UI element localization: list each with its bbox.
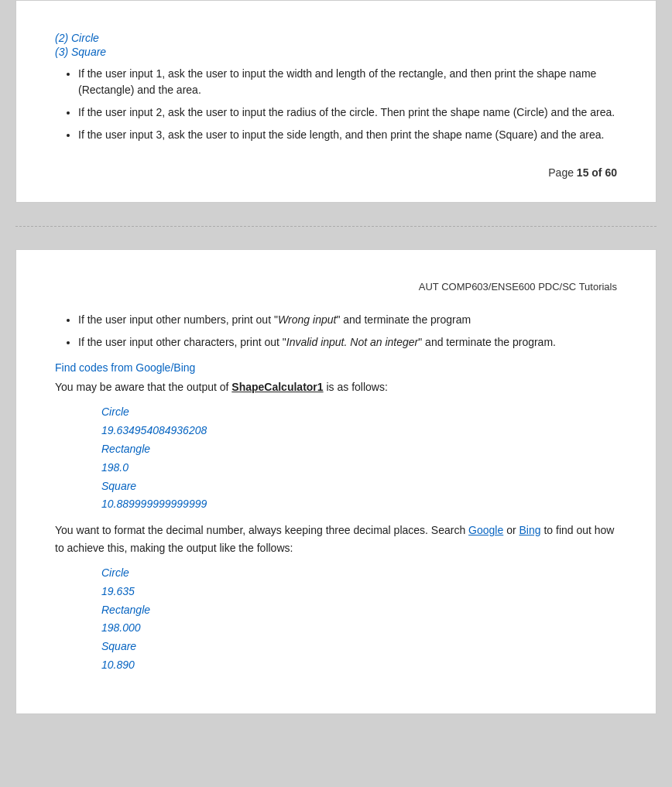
list-item: If the user input 2, ask the user to inp…: [78, 104, 617, 121]
code-block-1: Circle 19.634954084936208 Rectangle 198.…: [101, 403, 617, 514]
code-line: Square: [101, 477, 617, 496]
pre-list-square: (3) Square: [55, 46, 617, 58]
list-item: If the user input 3, ask the user to inp…: [78, 127, 617, 143]
code-line: 198.000: [101, 619, 617, 638]
list-item-wrong-input: If the user input other numbers, print o…: [78, 312, 617, 328]
list-item-invalid-input: If the user input other characters, prin…: [78, 334, 617, 351]
code-block-2: Circle 19.635 Rectangle 198.000 Square 1…: [101, 564, 617, 675]
page-number-text: Page: [548, 166, 577, 179]
format-text-prefix: You want to format the decimal number, a…: [55, 524, 468, 536]
google-link[interactable]: Google: [468, 524, 503, 536]
page-number-bold: 15 of 60: [577, 166, 617, 179]
bing-link[interactable]: Bing: [519, 524, 541, 536]
code-line: 10.889999999999999: [101, 495, 617, 514]
code-line: Circle: [101, 564, 617, 583]
format-description: You want to format the decimal number, a…: [55, 522, 617, 556]
code-line: Rectangle: [101, 440, 617, 459]
divider-section: [15, 203, 657, 249]
top-page-card: (2) Circle (3) Square If the user input …: [15, 0, 657, 203]
page-header: AUT COMP603/ENSE600 PDC/SC Tutorials: [55, 281, 617, 293]
code-line: Square: [101, 638, 617, 656]
page-number: Page 15 of 60: [55, 166, 617, 179]
shape-calculator-intro: You may be aware that the output of Shap…: [55, 378, 617, 395]
top-content: (2) Circle (3) Square If the user input …: [55, 32, 617, 143]
code-line: Circle: [101, 403, 617, 422]
format-text-middle: or: [503, 524, 519, 536]
list-item: If the user input 1, ask the user to inp…: [78, 66, 617, 98]
code-line: 198.0: [101, 459, 617, 477]
body-text-prefix: You may be aware that the output of: [55, 381, 231, 393]
page-container: (2) Circle (3) Square If the user input …: [0, 0, 672, 714]
code-line: Rectangle: [101, 601, 617, 620]
code-line: 19.634954084936208: [101, 422, 617, 440]
top-bullet-list: If the user input 1, ask the user to inp…: [78, 66, 617, 143]
pre-list-circle: (2) Circle: [55, 32, 617, 44]
body-text-suffix: is as follows:: [324, 381, 388, 393]
shape-calculator-name: ShapeCalculator1: [231, 381, 323, 393]
code-line: 19.635: [101, 583, 617, 601]
bottom-bullet-list: If the user input other numbers, print o…: [78, 312, 617, 351]
find-codes-anchor[interactable]: Find codes from Google/Bing: [55, 361, 195, 374]
bottom-page-card: AUT COMP603/ENSE600 PDC/SC Tutorials If …: [15, 249, 657, 714]
code-line: 10.890: [101, 656, 617, 675]
find-codes-link[interactable]: Find codes from Google/Bing: [55, 361, 617, 374]
dashed-divider: [15, 226, 657, 227]
